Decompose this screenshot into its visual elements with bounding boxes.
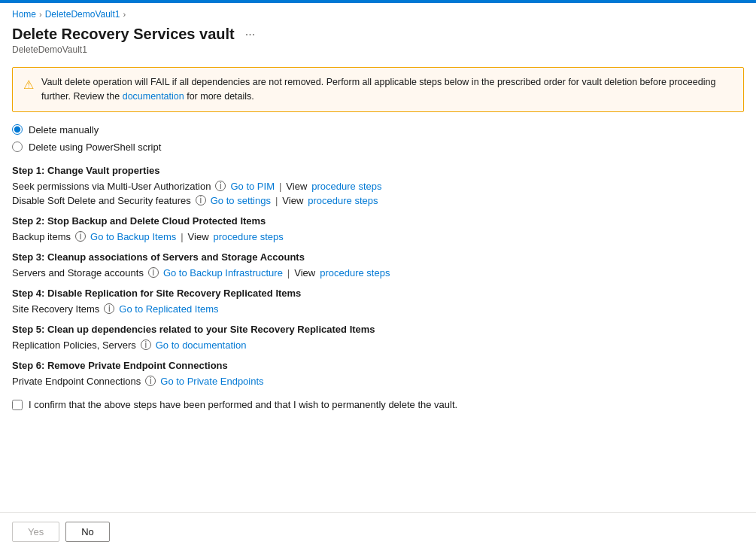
breadcrumb-vault[interactable]: DeleteDemoVault1 — [45, 9, 120, 20]
link-2-1-2[interactable]: procedure steps — [214, 231, 284, 242]
step-heading-2: Step 2: Stop Backup and Delete Cloud Pro… — [12, 215, 744, 227]
radio-manual-label: Delete manually — [29, 124, 99, 135]
link-4-1-0[interactable]: Go to Replicated Items — [119, 303, 218, 315]
step-row-3-1: Servers and Storage accountsiGo to Backu… — [12, 267, 744, 279]
delete-options: Delete manually Delete using PowerShell … — [12, 124, 744, 153]
step-section-3: Step 3: Cleanup associations of Servers … — [12, 251, 744, 279]
info-icon-4-1[interactable]: i — [104, 303, 114, 314]
step-row-5-1: Replication Policies, ServersiGo to docu… — [12, 339, 744, 351]
warning-icon: ⚠ — [23, 76, 34, 94]
no-button[interactable]: No — [65, 522, 110, 542]
step-label-3-1: Servers and Storage accounts — [12, 267, 144, 279]
step-section-4: Step 4: Disable Replication for Site Rec… — [12, 288, 744, 315]
footer: Yes No — [0, 512, 756, 551]
step-row-6-1: Private Endpoint ConnectionsiGo to Priva… — [12, 376, 744, 387]
view-text-1-2: View — [282, 195, 303, 206]
step-heading-3: Step 3: Cleanup associations of Servers … — [12, 251, 744, 263]
link-1-2-0[interactable]: Go to settings — [211, 195, 271, 206]
info-icon-6-1[interactable]: i — [145, 376, 156, 386]
radio-manual-input[interactable] — [12, 124, 23, 135]
pipe-3-1-1: | — [287, 267, 290, 279]
pipe-2-1-1: | — [181, 231, 183, 242]
info-icon-3-1[interactable]: i — [148, 267, 159, 278]
step-row-2-1: Backup itemsiGo to Backup Items|Viewproc… — [12, 231, 744, 242]
step-label-5-1: Replication Policies, Servers — [12, 339, 136, 351]
page-title-row: Delete Recovery Services vault ··· — [12, 26, 744, 43]
page-title: Delete Recovery Services vault — [12, 26, 235, 43]
step-heading-5: Step 5: Clean up dependencies related to… — [12, 324, 744, 335]
step-label-1-1: Seek permissions via Multi-User Authoriz… — [12, 181, 211, 192]
yes-button[interactable]: Yes — [12, 522, 59, 542]
step-heading-1: Step 1: Change Vault properties — [12, 165, 744, 176]
info-icon-5-1[interactable]: i — [141, 339, 151, 350]
step-row-1-1: Seek permissions via Multi-User Authoriz… — [12, 181, 744, 192]
radio-powershell-label: Delete using PowerShell script — [29, 142, 161, 153]
breadcrumb-home[interactable]: Home — [12, 9, 36, 20]
warning-text: Vault delete operation will FAIL if all … — [41, 75, 733, 104]
link-3-1-2[interactable]: procedure steps — [320, 267, 390, 279]
breadcrumb-chevron2: › — [123, 10, 126, 19]
view-text-2-1: View — [188, 231, 209, 242]
step-section-6: Step 6: Remove Private Endpoint Connecti… — [12, 360, 744, 387]
link-6-1-0[interactable]: Go to Private Endpoints — [160, 376, 263, 387]
link-2-1-0[interactable]: Go to Backup Items — [90, 231, 176, 242]
documentation-link[interactable]: documentation — [123, 91, 184, 102]
confirm-row: I confirm that the above steps have been… — [12, 399, 744, 410]
warning-banner: ⚠ Vault delete operation will FAIL if al… — [12, 67, 744, 112]
breadcrumb: Home › DeleteDemoVault1 › — [0, 3, 756, 23]
breadcrumb-chevron1: › — [39, 10, 42, 19]
step-label-1-2: Disable Soft Delete and Security feature… — [12, 195, 191, 206]
content-area: ⚠ Vault delete operation will FAIL if al… — [0, 61, 756, 512]
radio-delete-manually[interactable]: Delete manually — [12, 124, 744, 135]
confirm-label[interactable]: I confirm that the above steps have been… — [29, 399, 457, 410]
step-section-1: Step 1: Change Vault propertiesSeek perm… — [12, 165, 744, 206]
step-label-2-1: Backup items — [12, 231, 71, 242]
page-header: Delete Recovery Services vault ··· Delet… — [0, 23, 756, 61]
step-heading-4: Step 4: Disable Replication for Site Rec… — [12, 288, 744, 299]
radio-powershell-input[interactable] — [12, 142, 23, 152]
step-row-4-1: Site Recovery ItemsiGo to Replicated Ite… — [12, 303, 744, 315]
radio-delete-powershell[interactable]: Delete using PowerShell script — [12, 142, 744, 153]
link-3-1-0[interactable]: Go to Backup Infrastructure — [163, 267, 283, 279]
step-heading-6: Step 6: Remove Private Endpoint Connecti… — [12, 360, 744, 371]
step-label-6-1: Private Endpoint Connections — [12, 376, 141, 387]
link-5-1-0[interactable]: Go to documentation — [156, 339, 247, 351]
info-icon-2-1[interactable]: i — [75, 231, 86, 242]
step-section-5: Step 5: Clean up dependencies related to… — [12, 324, 744, 351]
info-icon-1-2[interactable]: i — [196, 195, 206, 205]
info-icon-1-1[interactable]: i — [215, 181, 226, 191]
steps-container: Step 1: Change Vault propertiesSeek perm… — [12, 165, 744, 387]
pipe-1-2-1: | — [275, 195, 278, 206]
step-row-1-2: Disable Soft Delete and Security feature… — [12, 195, 744, 206]
more-options-button[interactable]: ··· — [241, 26, 260, 43]
step-section-2: Step 2: Stop Backup and Delete Cloud Pro… — [12, 215, 744, 242]
view-text-3-1: View — [294, 267, 315, 279]
pipe-1-1-1: | — [279, 181, 281, 192]
step-label-4-1: Site Recovery Items — [12, 303, 99, 315]
view-text-1-1: View — [286, 181, 307, 192]
page-subtitle: DeleteDemoVault1 — [12, 44, 744, 55]
link-1-1-0[interactable]: Go to PIM — [230, 181, 275, 192]
confirm-checkbox[interactable] — [12, 400, 23, 410]
link-1-1-2[interactable]: procedure steps — [311, 181, 381, 192]
link-1-2-2[interactable]: procedure steps — [308, 195, 378, 206]
